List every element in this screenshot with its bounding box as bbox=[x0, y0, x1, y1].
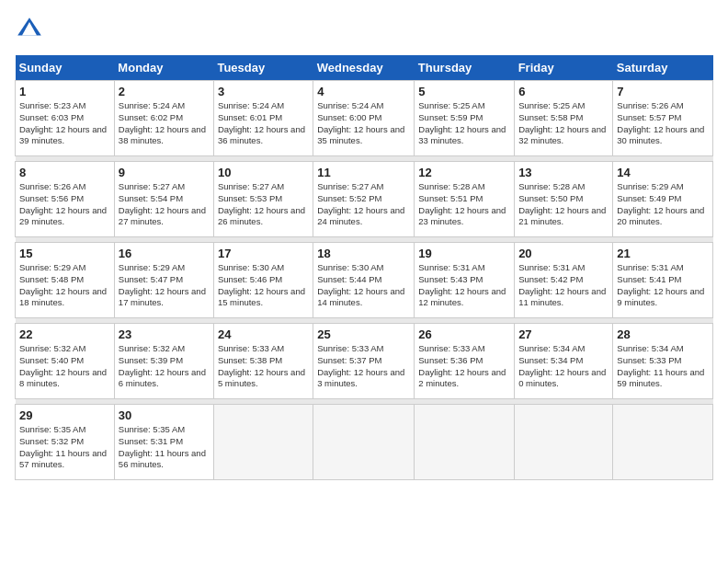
day-info: Sunrise: 5:35 AMSunset: 5:32 PMDaylight:… bbox=[19, 424, 110, 471]
logo bbox=[15, 15, 48, 44]
calendar-cell: 5Sunrise: 5:25 AMSunset: 5:59 PMDaylight… bbox=[415, 81, 515, 156]
day-info: Sunrise: 5:29 AMSunset: 5:47 PMDaylight:… bbox=[119, 262, 210, 309]
day-info: Sunrise: 5:31 AMSunset: 5:43 PMDaylight:… bbox=[418, 262, 510, 309]
day-number: 25 bbox=[317, 327, 410, 341]
day-number: 19 bbox=[418, 247, 510, 260]
weekday-header-saturday: Saturday bbox=[613, 55, 713, 81]
calendar-week-row: 1Sunrise: 5:23 AMSunset: 6:03 PMDaylight… bbox=[16, 81, 713, 156]
page-header bbox=[15, 15, 713, 44]
weekday-header-row: SundayMondayTuesdayWednesdayThursdayFrid… bbox=[16, 55, 713, 81]
day-info: Sunrise: 5:28 AMSunset: 5:50 PMDaylight:… bbox=[518, 181, 609, 228]
day-info: Sunrise: 5:35 AMSunset: 5:31 PMDaylight:… bbox=[119, 424, 210, 471]
weekday-header-sunday: Sunday bbox=[16, 55, 115, 81]
calendar-cell: 28Sunrise: 5:34 AMSunset: 5:33 PMDayligh… bbox=[613, 324, 713, 399]
calendar-cell bbox=[515, 405, 613, 480]
day-info: Sunrise: 5:29 AMSunset: 5:48 PMDaylight:… bbox=[19, 262, 110, 309]
calendar-week-row: 29Sunrise: 5:35 AMSunset: 5:32 PMDayligh… bbox=[16, 405, 713, 480]
calendar-cell: 26Sunrise: 5:33 AMSunset: 5:36 PMDayligh… bbox=[415, 324, 515, 399]
day-info: Sunrise: 5:31 AMSunset: 5:42 PMDaylight:… bbox=[518, 262, 609, 309]
weekday-header-wednesday: Wednesday bbox=[313, 55, 415, 81]
day-number: 29 bbox=[19, 408, 110, 422]
calendar-cell: 8Sunrise: 5:26 AMSunset: 5:56 PMDaylight… bbox=[16, 162, 115, 237]
calendar-cell: 11Sunrise: 5:27 AMSunset: 5:52 PMDayligh… bbox=[313, 162, 415, 237]
calendar-cell bbox=[313, 405, 415, 480]
day-number: 14 bbox=[617, 166, 709, 179]
calendar-cell: 2Sunrise: 5:24 AMSunset: 6:02 PMDaylight… bbox=[114, 81, 213, 156]
calendar-cell: 4Sunrise: 5:24 AMSunset: 6:00 PMDaylight… bbox=[313, 81, 415, 156]
calendar-cell: 29Sunrise: 5:35 AMSunset: 5:32 PMDayligh… bbox=[16, 405, 115, 480]
calendar-cell: 19Sunrise: 5:31 AMSunset: 5:43 PMDayligh… bbox=[415, 243, 515, 318]
day-number: 7 bbox=[617, 85, 709, 98]
calendar-week-row: 22Sunrise: 5:32 AMSunset: 5:40 PMDayligh… bbox=[16, 324, 713, 399]
day-number: 18 bbox=[317, 247, 410, 260]
day-info: Sunrise: 5:32 AMSunset: 5:40 PMDaylight:… bbox=[19, 343, 110, 390]
day-number: 16 bbox=[119, 247, 210, 260]
calendar-cell: 9Sunrise: 5:27 AMSunset: 5:54 PMDaylight… bbox=[114, 162, 213, 237]
calendar-cell: 12Sunrise: 5:28 AMSunset: 5:51 PMDayligh… bbox=[415, 162, 515, 237]
day-info: Sunrise: 5:33 AMSunset: 5:36 PMDaylight:… bbox=[418, 343, 510, 390]
day-number: 13 bbox=[518, 166, 609, 179]
calendar-cell: 3Sunrise: 5:24 AMSunset: 6:01 PMDaylight… bbox=[213, 81, 313, 156]
day-number: 26 bbox=[418, 327, 510, 341]
day-info: Sunrise: 5:26 AMSunset: 5:56 PMDaylight:… bbox=[19, 181, 110, 228]
day-info: Sunrise: 5:32 AMSunset: 5:39 PMDaylight:… bbox=[119, 343, 210, 390]
day-number: 17 bbox=[218, 247, 309, 260]
day-number: 2 bbox=[119, 85, 210, 98]
calendar-cell: 30Sunrise: 5:35 AMSunset: 5:31 PMDayligh… bbox=[114, 405, 213, 480]
weekday-header-monday: Monday bbox=[114, 55, 213, 81]
calendar-cell bbox=[213, 405, 313, 480]
calendar-cell: 20Sunrise: 5:31 AMSunset: 5:42 PMDayligh… bbox=[515, 243, 613, 318]
day-info: Sunrise: 5:33 AMSunset: 5:37 PMDaylight:… bbox=[317, 343, 410, 390]
calendar-cell: 23Sunrise: 5:32 AMSunset: 5:39 PMDayligh… bbox=[114, 324, 213, 399]
day-number: 28 bbox=[617, 327, 709, 341]
weekday-header-tuesday: Tuesday bbox=[213, 55, 313, 81]
calendar-week-row: 8Sunrise: 5:26 AMSunset: 5:56 PMDaylight… bbox=[16, 162, 713, 237]
day-number: 9 bbox=[119, 166, 210, 179]
day-info: Sunrise: 5:25 AMSunset: 5:58 PMDaylight:… bbox=[518, 100, 609, 147]
day-info: Sunrise: 5:34 AMSunset: 5:33 PMDaylight:… bbox=[617, 343, 709, 390]
day-number: 4 bbox=[317, 85, 410, 98]
day-number: 12 bbox=[418, 166, 510, 179]
day-info: Sunrise: 5:34 AMSunset: 5:34 PMDaylight:… bbox=[518, 343, 609, 390]
calendar-cell: 24Sunrise: 5:33 AMSunset: 5:38 PMDayligh… bbox=[213, 324, 313, 399]
day-number: 22 bbox=[19, 327, 110, 341]
day-number: 3 bbox=[218, 85, 309, 98]
day-number: 21 bbox=[617, 247, 709, 260]
calendar-cell: 15Sunrise: 5:29 AMSunset: 5:48 PMDayligh… bbox=[16, 243, 115, 318]
calendar-cell: 16Sunrise: 5:29 AMSunset: 5:47 PMDayligh… bbox=[114, 243, 213, 318]
day-info: Sunrise: 5:26 AMSunset: 5:57 PMDaylight:… bbox=[617, 100, 709, 147]
logo-icon bbox=[15, 15, 44, 44]
day-info: Sunrise: 5:27 AMSunset: 5:52 PMDaylight:… bbox=[317, 181, 410, 228]
calendar-cell: 27Sunrise: 5:34 AMSunset: 5:34 PMDayligh… bbox=[515, 324, 613, 399]
day-info: Sunrise: 5:27 AMSunset: 5:53 PMDaylight:… bbox=[218, 181, 309, 228]
day-info: Sunrise: 5:23 AMSunset: 6:03 PMDaylight:… bbox=[19, 100, 110, 147]
day-info: Sunrise: 5:24 AMSunset: 6:02 PMDaylight:… bbox=[119, 100, 210, 147]
calendar-cell: 14Sunrise: 5:29 AMSunset: 5:49 PMDayligh… bbox=[613, 162, 713, 237]
day-info: Sunrise: 5:33 AMSunset: 5:38 PMDaylight:… bbox=[218, 343, 309, 390]
day-number: 23 bbox=[119, 327, 210, 341]
day-number: 10 bbox=[218, 166, 309, 179]
calendar-cell: 13Sunrise: 5:28 AMSunset: 5:50 PMDayligh… bbox=[515, 162, 613, 237]
calendar-cell: 25Sunrise: 5:33 AMSunset: 5:37 PMDayligh… bbox=[313, 324, 415, 399]
calendar-table: SundayMondayTuesdayWednesdayThursdayFrid… bbox=[15, 55, 713, 480]
calendar-cell: 21Sunrise: 5:31 AMSunset: 5:41 PMDayligh… bbox=[613, 243, 713, 318]
calendar-cell: 7Sunrise: 5:26 AMSunset: 5:57 PMDaylight… bbox=[613, 81, 713, 156]
calendar-cell: 22Sunrise: 5:32 AMSunset: 5:40 PMDayligh… bbox=[16, 324, 115, 399]
day-info: Sunrise: 5:27 AMSunset: 5:54 PMDaylight:… bbox=[119, 181, 210, 228]
day-number: 30 bbox=[119, 408, 210, 422]
day-info: Sunrise: 5:25 AMSunset: 5:59 PMDaylight:… bbox=[418, 100, 510, 147]
calendar-cell bbox=[613, 405, 713, 480]
day-info: Sunrise: 5:30 AMSunset: 5:44 PMDaylight:… bbox=[317, 262, 410, 309]
day-number: 24 bbox=[218, 327, 309, 341]
day-info: Sunrise: 5:31 AMSunset: 5:41 PMDaylight:… bbox=[617, 262, 709, 309]
day-info: Sunrise: 5:24 AMSunset: 6:01 PMDaylight:… bbox=[218, 100, 309, 147]
weekday-header-friday: Friday bbox=[515, 55, 613, 81]
day-number: 20 bbox=[518, 247, 609, 260]
day-number: 15 bbox=[19, 247, 110, 260]
calendar-cell: 1Sunrise: 5:23 AMSunset: 6:03 PMDaylight… bbox=[16, 81, 115, 156]
day-info: Sunrise: 5:28 AMSunset: 5:51 PMDaylight:… bbox=[418, 181, 510, 228]
calendar-cell: 18Sunrise: 5:30 AMSunset: 5:44 PMDayligh… bbox=[313, 243, 415, 318]
calendar-cell: 17Sunrise: 5:30 AMSunset: 5:46 PMDayligh… bbox=[213, 243, 313, 318]
day-number: 1 bbox=[19, 85, 110, 98]
day-info: Sunrise: 5:30 AMSunset: 5:46 PMDaylight:… bbox=[218, 262, 309, 309]
